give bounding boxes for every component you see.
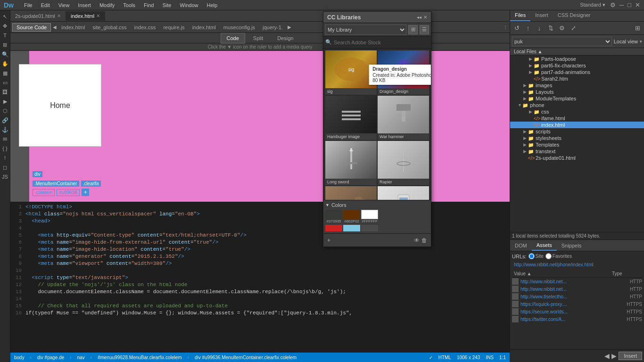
restore-icon[interactable]: □ (627, 1, 631, 8)
tool-head[interactable]: ◻ (1, 163, 9, 172)
tree-item-layouts[interactable]: ▶ 📁 Layouts (510, 89, 644, 95)
minimize-icon[interactable]: ─ (619, 1, 624, 8)
cc-add-btn[interactable]: + (327, 237, 330, 244)
colors-arrow[interactable]: ▼ (325, 203, 330, 207)
cc-collapse-btn[interactable]: ◂◂ (417, 15, 421, 20)
menu-modify[interactable]: Modify (96, 1, 118, 9)
tool-select[interactable]: ↖ (1, 12, 9, 21)
tool-media[interactable]: ▶ (1, 97, 9, 106)
insert-button[interactable]: Insert (619, 352, 642, 360)
tool-anchor[interactable]: ⚓ (1, 125, 9, 134)
r-tab-css[interactable]: CSS Designer (553, 10, 595, 21)
source-code-btn[interactable]: Source Code (12, 23, 51, 32)
cc-item-dragon[interactable]: Dragon_design Dragon_design Created in: … (378, 50, 429, 95)
files-tool-upload[interactable]: ↑ (523, 24, 533, 33)
site-selector[interactable]: puk (512, 37, 612, 46)
tab-index[interactable]: index.html ✕ (66, 11, 105, 21)
tool-comment[interactable]: ! (1, 154, 9, 162)
cc-grid-view-btn[interactable]: ⊞ (408, 25, 418, 34)
site-radio-label[interactable]: Site (528, 253, 544, 259)
file-tab-4[interactable]: index.html (190, 25, 219, 30)
close-tab-2s[interactable]: ✕ (57, 13, 61, 18)
tree-item-images[interactable]: ▶ 📁 images (510, 82, 644, 89)
tree-item-transtext[interactable]: ▶ 📁 transtext (510, 148, 644, 155)
files-tool-expand[interactable]: ⤢ (569, 24, 578, 33)
file-tab-2[interactable]: index.css (132, 25, 159, 30)
swatch-2[interactable]: #FFFFFF (361, 210, 378, 224)
tool-snippet[interactable]: { } (1, 144, 9, 153)
nav-forward[interactable]: ▶ (611, 352, 617, 360)
tree-item-index-html[interactable]: </> index.html (510, 122, 644, 128)
tree-item-templates[interactable]: ▶ 📁 Templates (510, 141, 644, 148)
settings-icon[interactable]: ⚙ (610, 1, 616, 8)
nav-left-arrow[interactable]: ◀ (53, 25, 57, 30)
tool-zoom[interactable]: 🔍 (1, 50, 9, 58)
tool-email[interactable]: ✉ (1, 135, 9, 143)
url-text-4[interactable]: https://secure.worlds... (520, 309, 625, 314)
br-tab-snippets[interactable]: Snippets (557, 241, 586, 250)
swatch-1[interactable]: #602F02 (343, 210, 360, 224)
tree-item-ifame[interactable]: </> ifame.html (510, 115, 644, 122)
view-tab-code[interactable]: Code (221, 33, 245, 43)
tool-widget[interactable]: ⬡ (1, 107, 9, 115)
tool-link[interactable]: 🔗 (1, 116, 9, 124)
close-tab-index[interactable]: ✕ (96, 13, 100, 18)
favorites-radio[interactable] (545, 253, 552, 259)
tree-item-part7[interactable]: ▶ 📁 part7-add-animations (510, 69, 644, 75)
tree-item-css[interactable]: ▶ 📁 css (510, 108, 644, 115)
cc-item-hammer[interactable]: War hammer (378, 96, 429, 140)
menu-help[interactable]: Help (203, 1, 221, 9)
cc-item-hamburger[interactable]: Hambuger image (325, 96, 377, 140)
site-radio[interactable] (528, 253, 535, 259)
menu-view[interactable]: View (55, 1, 74, 9)
file-tab-3[interactable]: require.js (160, 25, 187, 30)
file-tab-1[interactable]: site_global.css (90, 25, 129, 30)
url-text-5[interactable]: https://twitter.com/A... (520, 317, 625, 322)
tree-item-sarah2[interactable]: </> Sarah2.htm (510, 75, 644, 82)
swatch-small-2[interactable] (361, 225, 378, 231)
url-text-1[interactable]: http://www.nibbit.net... (520, 287, 628, 292)
files-tool-filter[interactable]: ⊞ (633, 24, 642, 33)
files-tool-sync[interactable]: ⇅ (546, 24, 555, 33)
tree-item-parts-loadpose[interactable]: ▶ 📁 Parts-loadpose (510, 56, 644, 62)
br-tab-dom[interactable]: DOM (510, 241, 532, 250)
cc-item-horse[interactable]: cartoon horse (325, 186, 377, 200)
tool-div[interactable]: ▭ (1, 78, 9, 87)
r-tab-files[interactable]: Files (510, 10, 530, 21)
cc-list-view-btn[interactable]: ☰ (420, 25, 429, 34)
tool-image[interactable]: 🖼 (1, 88, 9, 96)
url-text-0[interactable]: http://www.nibbit.net... (520, 279, 628, 284)
file-tab-6[interactable]: jquery-1. (260, 25, 286, 30)
close-icon[interactable]: ✕ (635, 1, 640, 8)
tree-item-module-templates[interactable]: ▶ 📁 ModuleTemplates (510, 95, 644, 102)
menu-window[interactable]: Window (176, 1, 202, 9)
view-tab-design[interactable]: Design (271, 33, 299, 43)
swatch-small-1[interactable] (343, 225, 360, 231)
br-tab-assets[interactable]: Assets (532, 240, 557, 251)
tool-table[interactable]: ▦ (1, 69, 9, 77)
add-element-btn[interactable]: + (82, 189, 89, 196)
cc-close-btn[interactable]: ✕ (423, 15, 427, 20)
swatch-small-0[interactable] (325, 225, 342, 231)
favorites-radio-label[interactable]: Favorites (545, 253, 572, 259)
menu-insert[interactable]: Insert (74, 1, 95, 9)
menu-site[interactable]: Site (158, 1, 175, 9)
tab-2s-update[interactable]: 2s-update01.html ✕ (10, 11, 66, 21)
cc-eye-btn[interactable]: 👁 (414, 237, 420, 244)
files-tool-download[interactable]: ↓ (535, 24, 544, 33)
swatch-0[interactable]: #373935 (325, 210, 342, 224)
tool-script[interactable]: JS (1, 173, 9, 181)
cc-search-input[interactable] (334, 40, 429, 45)
url-text-3[interactable]: https://lxquick-proxy.... (520, 302, 625, 307)
tool-crop[interactable]: ⊞ (1, 41, 9, 49)
tree-item-part6[interactable]: ▶ 📁 part6-fix-characters (510, 62, 644, 69)
main-link[interactable]: http://www.nibbit.net/phone/index.html (514, 262, 593, 267)
cc-trash-btn[interactable]: 🗑 (421, 237, 427, 244)
cc-item-nokia[interactable]: Nokia Lumia 520 (378, 186, 429, 200)
cc-library-select[interactable]: My Library (325, 25, 406, 35)
code-content[interactable]: 1 <!DOCTYPE html> 2 <html class="nojs ht… (10, 202, 510, 344)
url-text-2[interactable]: http://www.tlselectho... (520, 294, 628, 299)
view-tab-split[interactable]: Split (247, 33, 269, 43)
tree-item-scripts[interactable]: ▶ 📁 scripts (510, 128, 644, 135)
tool-pointer[interactable]: ✥ (1, 22, 9, 30)
